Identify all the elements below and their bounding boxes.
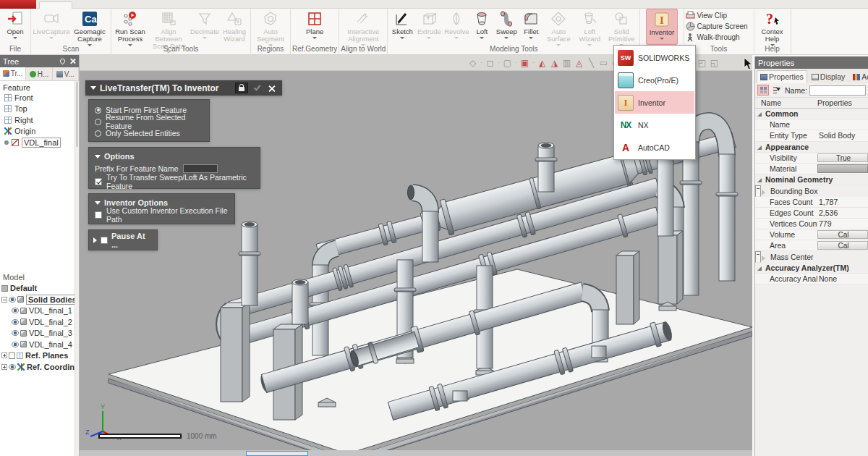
- capture-screen-button[interactable]: Capture Screen: [686, 22, 752, 31]
- solid-primitive-button[interactable]: Solid Primitive: [605, 9, 638, 45]
- align-between-scan-data-button[interactable]: Align Between Scan Data: [148, 9, 190, 45]
- menu-item[interactable]: A AutoCAD: [615, 136, 694, 159]
- revolve-button[interactable]: Revolve: [443, 9, 470, 45]
- menu-item[interactable]: NX NX: [615, 114, 694, 136]
- model-tree-item[interactable]: VDL_final_4: [0, 339, 79, 350]
- visibility-eye-icon[interactable]: [12, 308, 19, 313]
- dot-sep[interactable]: ·: [514, 57, 519, 69]
- property-value[interactable]: Cal: [817, 230, 868, 239]
- shade-edges-icon[interactable]: ▣: [519, 57, 531, 69]
- model-tree-item[interactable]: VDL_final_2: [0, 316, 79, 328]
- rect-select-icon[interactable]: ▭: [597, 57, 610, 69]
- pause-checkbox[interactable]: [101, 237, 108, 244]
- view-clip-button[interactable]: View Clip: [686, 11, 752, 20]
- expand-arrow-icon[interactable]: [762, 190, 765, 195]
- model-tree-item[interactable]: Ref. Coordinate: [0, 361, 79, 373]
- properties-tab[interactable]: Accura: [849, 70, 868, 83]
- property-row[interactable]: Appearance: [755, 142, 868, 153]
- shade-smooth-icon[interactable]: ▢: [501, 57, 514, 69]
- loft-button[interactable]: Loft: [470, 9, 493, 45]
- property-row[interactable]: Area Cal: [755, 240, 868, 251]
- radio-option[interactable]: Resume From Selected Feature: [95, 116, 203, 127]
- run-scan-process-button[interactable]: Run Scan Process: [113, 9, 148, 45]
- shade-box-icon[interactable]: ◻: [484, 57, 496, 69]
- dialog-close-button[interactable]: [265, 83, 278, 93]
- active-document-tab[interactable]: [39, 1, 72, 9]
- property-value[interactable]: Solid Body: [817, 131, 855, 140]
- tree-item[interactable]: VDL_final: [0, 137, 79, 148]
- menu-item[interactable]: I Inventor: [615, 91, 694, 114]
- radio-icon[interactable]: [95, 107, 101, 114]
- measure-icon[interactable]: ◬: [573, 57, 585, 69]
- property-row[interactable]: Visibility True: [755, 153, 868, 164]
- property-row[interactable]: Entity Type Solid Body: [755, 130, 868, 141]
- dot-sep[interactable]: ·: [496, 57, 501, 69]
- lock-button[interactable]: [235, 83, 248, 93]
- plane-button[interactable]: Plane: [297, 9, 332, 45]
- section-plane-icon[interactable]: ◮: [548, 57, 561, 69]
- section-view-icon[interactable]: ◭: [536, 57, 548, 69]
- property-value[interactable]: True: [817, 153, 868, 162]
- sketch-button[interactable]: Sketch: [389, 9, 415, 45]
- model-tree-item[interactable]: Ref. Planes: [0, 350, 79, 362]
- property-row[interactable]: Nominal Geometry: [755, 174, 868, 185]
- model-tree-item[interactable]: Solid Bodies: [0, 294, 79, 305]
- property-row[interactable]: Accuracy Analyz... None: [755, 274, 868, 284]
- inventor-ribbon-button[interactable]: I Inventor: [646, 9, 678, 45]
- model-tree-item[interactable]: Default: [0, 283, 79, 295]
- split-view-icon[interactable]: ▥: [561, 57, 573, 69]
- menu-item[interactable]: Creo(Pro/E): [615, 69, 694, 91]
- move-select-icon[interactable]: ◱: [708, 57, 720, 69]
- menu-item[interactable]: SW SOLIDWORKS: [615, 46, 694, 69]
- radio-icon[interactable]: [95, 119, 101, 125]
- pin-icon[interactable]: [59, 58, 67, 65]
- properties-tab[interactable]: Display: [808, 70, 848, 83]
- tree-tab[interactable]: Tr...: [0, 67, 26, 80]
- tree-tab[interactable]: H...: [26, 67, 52, 80]
- property-value[interactable]: 779: [817, 219, 832, 228]
- dialog-header[interactable]: LiveTransfer(TM) To Inventor: [85, 80, 282, 96]
- property-row[interactable]: Accuracy Analyzer(TM): [755, 263, 868, 274]
- collapse-triangle-icon[interactable]: [90, 86, 96, 90]
- property-row[interactable]: Common: [755, 109, 868, 119]
- checkbox-icon[interactable]: [9, 352, 15, 359]
- property-row[interactable]: Material: [755, 164, 868, 174]
- livecapture-button[interactable]: LiveCapture: [33, 9, 70, 45]
- tree-tab[interactable]: V...: [53, 67, 79, 80]
- properties-tab[interactable]: Properties: [757, 70, 807, 83]
- model-tree-item[interactable]: VDL_final_3: [0, 328, 79, 339]
- tree-item[interactable]: Front: [0, 92, 79, 104]
- model-tree-item[interactable]: VDL_final_1: [0, 305, 79, 317]
- shade-polygon-icon[interactable]: ◇: [467, 57, 479, 69]
- visibility-eye-icon[interactable]: [12, 330, 19, 336]
- group-collapse-icon[interactable]: [757, 145, 762, 150]
- fillet-button[interactable]: Fillet: [519, 9, 542, 45]
- property-value[interactable]: 1,787: [817, 198, 838, 206]
- sweep-button[interactable]: Sweep: [493, 9, 519, 45]
- property-row[interactable]: Mass Center Cal: [755, 251, 761, 262]
- property-value[interactable]: 2,536: [817, 208, 838, 217]
- prefix-input[interactable]: [183, 164, 218, 173]
- healing-wizard-button[interactable]: Healing Wizard: [220, 9, 249, 45]
- options-header[interactable]: Options: [95, 151, 254, 162]
- dot-sep[interactable]: ·: [531, 57, 536, 69]
- expand-arrow-icon[interactable]: [762, 256, 765, 261]
- dot-sep[interactable]: ·: [479, 57, 484, 69]
- pause-at-section[interactable]: Pause At ...: [88, 229, 158, 250]
- apply-button[interactable]: [250, 83, 263, 93]
- property-value[interactable]: Cal: [817, 241, 868, 250]
- property-value[interactable]: None: [817, 274, 837, 283]
- app-menu-button[interactable]: [0, 0, 36, 9]
- grow-select-icon[interactable]: ◰: [696, 57, 708, 69]
- property-row[interactable]: Bounding Box 5148.7702,: [755, 185, 761, 196]
- visibility-eye-icon[interactable]: [12, 319, 19, 325]
- property-row[interactable]: Vertices Count 779: [755, 219, 868, 229]
- property-row[interactable]: Edges Count 2,536: [755, 208, 868, 219]
- radio-icon[interactable]: [95, 130, 101, 137]
- tree-item[interactable]: Right: [0, 114, 79, 126]
- open-button[interactable]: Open: [1, 9, 29, 45]
- property-value[interactable]: [817, 164, 868, 173]
- property-row[interactable]: Faces Count 1,787: [755, 197, 868, 208]
- group-collapse-icon[interactable]: [757, 112, 762, 117]
- line-select-icon[interactable]: ╲: [585, 57, 597, 69]
